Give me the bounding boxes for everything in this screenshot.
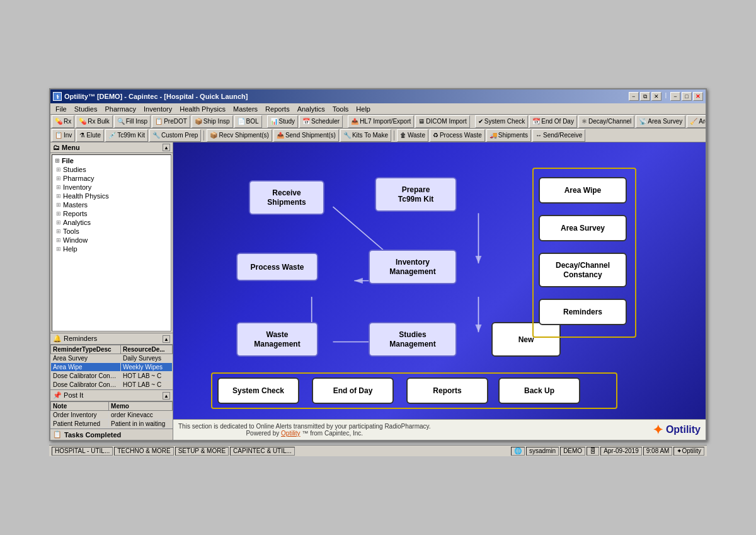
tb-study[interactable]: 📊 Study	[267, 115, 299, 128]
node-receive-shipments[interactable]: ReceiveShipments	[249, 180, 324, 215]
tree-help[interactable]: ⊞ Help	[54, 244, 169, 253]
tree-studies[interactable]: ⊞ Studies	[54, 165, 169, 174]
tb-area-wipe[interactable]: 🧹 Area Wipe	[687, 115, 706, 128]
table-row[interactable]: Patient Returned Patient in in waiting	[51, 420, 173, 429]
menu-analytics[interactable]: Analytics	[294, 105, 329, 113]
tb-rx[interactable]: 💊 Rx	[52, 115, 74, 128]
tb2-send-receive[interactable]: ↔ Send/Receive	[532, 129, 585, 142]
menu-health-physics[interactable]: Health Physics	[176, 105, 229, 113]
optility-star-icon: ✦	[653, 422, 663, 437]
node-process-waste[interactable]: Process Waste	[236, 253, 318, 281]
node-area-wipe[interactable]: Area Wipe	[539, 177, 627, 204]
tb-area-survey[interactable]: 📡 Area Survey	[636, 115, 685, 128]
node-system-check[interactable]: System Check	[217, 377, 299, 404]
tree-window[interactable]: ⊞ Window	[54, 236, 169, 244]
status-capintec[interactable]: CAPINTEC & UTIL...	[230, 447, 295, 456]
tb2-inv[interactable]: 📋 Inv	[52, 129, 75, 142]
menu-inventory[interactable]: Inventory	[140, 105, 176, 113]
tb2-recv-shipments[interactable]: 📦 Recv Shipment(s)	[207, 129, 272, 142]
tree-inventory[interactable]: ⊞ Inventory	[54, 183, 169, 192]
menu-tools[interactable]: Tools	[329, 105, 353, 113]
reminder-resource: Weekly Wipes	[120, 363, 172, 372]
tb2-shipments[interactable]: 🚚 Shipments	[486, 129, 531, 142]
tree-reports[interactable]: ⊞ Reports	[54, 209, 169, 218]
tb2-kits-to-make[interactable]: 🔧 Kits To Make	[340, 129, 391, 142]
status-time: 9:08 AM	[643, 447, 673, 456]
tb2-custom-prep[interactable]: 🔧 Custom Prep	[149, 129, 201, 142]
reminders-col2-header: ResourceDe...	[120, 345, 172, 354]
tb-end-of-day[interactable]: 📆 End Of Day	[529, 115, 577, 128]
node-inventory-management[interactable]: InventoryManagement	[369, 250, 457, 284]
footer-info: This section is dedicated to Online Aler…	[173, 419, 706, 440]
postit-header[interactable]: 📌 Post It ▲	[50, 390, 173, 401]
menu-tree[interactable]: ⊞ File ⊞ Studies ⊞ Pharmacy ⊞ Inventory …	[52, 154, 171, 331]
reminder-resource: HOT LAB ~ C	[120, 381, 172, 389]
menu-file[interactable]: File	[52, 105, 71, 113]
status-techno[interactable]: TECHNO & MORE	[114, 447, 173, 456]
node-end-of-day[interactable]: End of Day	[312, 377, 394, 404]
menu-help[interactable]: Help	[352, 105, 374, 113]
status-date: Apr-09-2019	[600, 447, 642, 456]
tb-bol[interactable]: 📄 BOL	[234, 115, 262, 128]
tb2-tc99m[interactable]: 💉 Tc99m Kit	[105, 129, 148, 142]
tree-tools[interactable]: ⊞ Tools	[54, 227, 169, 236]
close-btn[interactable]: ✕	[693, 92, 703, 101]
tb-hl7[interactable]: 📤 HL7 Import/Export	[348, 115, 414, 128]
restore-minimize-btn[interactable]: −	[629, 92, 639, 101]
tasks-title: Tasks Completed	[64, 431, 121, 439]
reminders-title: 🔔 Reminders	[53, 335, 97, 343]
postit-resize-btn[interactable]: ▲	[163, 392, 170, 400]
tree-health-physics[interactable]: ⊞ Health Physics	[54, 192, 169, 200]
tb-rx-bulk[interactable]: 💊 Rx Bulk	[76, 115, 112, 128]
table-row[interactable]: Area Wipe Weekly Wipes	[51, 363, 173, 372]
menu-pharmacy[interactable]: Pharmacy	[101, 105, 140, 113]
minimize-btn[interactable]: −	[670, 92, 680, 101]
table-row[interactable]: Dose Calibrator Constancy HOT LAB ~ C	[51, 381, 173, 389]
restore-restore-btn[interactable]: ⧉	[640, 92, 650, 101]
menu-masters[interactable]: Masters	[229, 105, 261, 113]
reminders-header[interactable]: 🔔 Reminders ▲	[50, 333, 173, 345]
menu-resize-btn[interactable]: ▲	[163, 144, 170, 151]
status-setup[interactable]: SETUP & MORE	[175, 447, 229, 456]
tb-ship-insp[interactable]: 📦 Ship Insp	[192, 115, 233, 128]
tb2-elute[interactable]: ⚗ Elute	[76, 129, 104, 142]
footer-optility-link[interactable]: Optility	[281, 430, 301, 437]
maximize-btn[interactable]: □	[682, 92, 692, 101]
footer-text: This section is dedicated to Online Aler…	[178, 423, 431, 437]
tb-system-check[interactable]: ✔ System Check	[475, 115, 528, 128]
node-waste-management[interactable]: WasteManagement	[236, 322, 318, 357]
reminders-resize-btn[interactable]: ▲	[163, 335, 170, 343]
status-hospital[interactable]: HOSPITAL - UTIL...	[52, 447, 113, 456]
node-reports[interactable]: Reports	[406, 377, 488, 404]
tb-scheduler[interactable]: 📅 Scheduler	[299, 115, 343, 128]
tree-analytics[interactable]: ⊞ Analytics	[54, 218, 169, 227]
restore-close-btn[interactable]: ✕	[651, 92, 662, 101]
node-reminders[interactable]: Reminders	[539, 299, 627, 325]
tree-masters[interactable]: ⊞ Masters	[54, 200, 169, 209]
node-area-survey[interactable]: Area Survey	[539, 215, 627, 241]
tb2-process-waste[interactable]: ♻ Process Waste	[430, 129, 485, 142]
menu-reports[interactable]: Reports	[261, 105, 294, 113]
node-studies-management[interactable]: StudiesManagement	[369, 322, 457, 357]
node-decay-channel[interactable]: Decay/ChannelConstancy	[539, 253, 627, 287]
tree-root-file[interactable]: ⊞ File	[54, 156, 169, 165]
table-row[interactable]: Order Inventory order Kinevacc	[51, 411, 173, 420]
reminder-type: Dose Calibrator Constancy	[51, 372, 121, 381]
tree-pharmacy[interactable]: ⊞ Pharmacy	[54, 174, 169, 183]
status-mode: DEMO	[560, 447, 585, 456]
main-window: ⚕ Optility™ [DEMO] - Capintec - [Hospita…	[49, 88, 707, 441]
toolbar2-sep1	[203, 130, 204, 141]
table-row[interactable]: Dose Calibrator Constancy HOT LAB ~ C	[51, 372, 173, 381]
tb2-send-shipments[interactable]: 📤 Send Shipment(s)	[273, 129, 339, 142]
menu-studies[interactable]: Studies	[71, 105, 101, 113]
tb2-waste[interactable]: 🗑 Waste	[397, 129, 428, 142]
node-prepare-kit[interactable]: PrepareTc99m Kit	[375, 177, 457, 212]
node-backup[interactable]: Back Up	[498, 377, 580, 404]
table-row[interactable]: Area Survey Daily Surveys	[51, 354, 173, 363]
reminders-scroll[interactable]: ReminderTypeDesc ResourceDe... Area Surv…	[50, 345, 173, 389]
tb-dicom[interactable]: 🖥 DICOM Import	[415, 115, 469, 128]
tb-fill-insp[interactable]: 🔍 Fill Insp	[114, 115, 151, 128]
postit-note: Order Inventory	[51, 411, 109, 420]
tb-decay[interactable]: ⚛ Decay/Channel	[578, 115, 634, 128]
tb-predot[interactable]: 📋 PreDOT	[152, 115, 190, 128]
